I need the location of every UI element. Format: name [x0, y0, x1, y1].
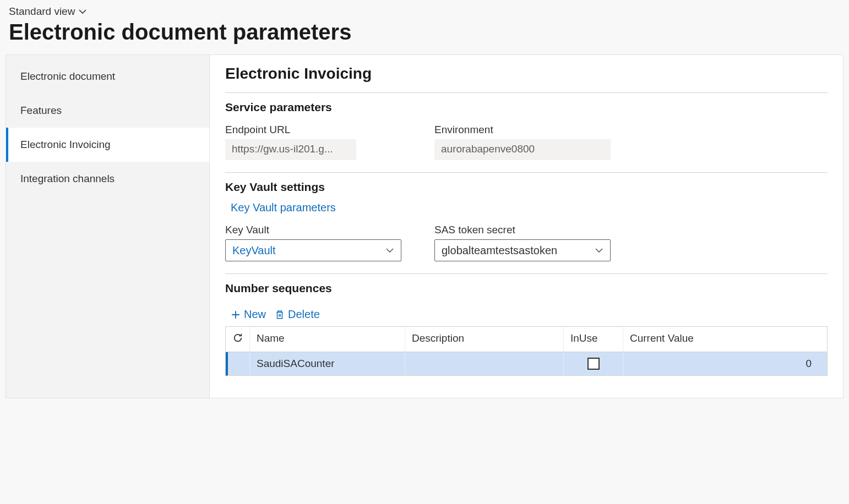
chevron-down-icon: [595, 246, 603, 255]
inuse-checkbox[interactable]: [587, 358, 600, 370]
view-selector[interactable]: Standard view: [9, 6, 87, 18]
row-inuse-cell[interactable]: [564, 352, 623, 375]
number-sequences-title: Number sequences: [225, 282, 828, 295]
content-wrapper: Electronic document Features Electronic …: [0, 54, 849, 398]
view-selector-label: Standard view: [9, 6, 75, 18]
sidebar-item-label: Features: [20, 105, 62, 116]
refresh-icon: [232, 332, 243, 343]
sidebar-item-features[interactable]: Features: [6, 94, 209, 128]
sas-token-dropdown[interactable]: globalteamtestsastoken: [434, 239, 611, 261]
service-parameters-title: Service parameters: [225, 101, 828, 114]
chevron-down-icon: [385, 246, 394, 255]
key-vault-parameters-link[interactable]: Key Vault parameters: [231, 201, 336, 214]
sas-token-label: SAS token secret: [434, 224, 611, 236]
environment-label: Environment: [434, 124, 611, 136]
sidebar-item-label: Electronic document: [20, 70, 115, 82]
sidebar-item-electronic-invoicing[interactable]: Electronic Invoicing: [6, 128, 209, 162]
key-vault-group: Key Vault KeyVault: [225, 224, 401, 261]
tab-heading: Electronic Invoicing: [225, 65, 828, 83]
key-vault-title: Key Vault settings: [225, 180, 828, 194]
endpoint-url-group: Endpoint URL https://gw.us-il201.g...: [225, 124, 401, 160]
number-sequences-grid: Name Description InUse Current Value Sau…: [225, 326, 828, 376]
page-header: Standard view Electronic document parame…: [0, 0, 849, 54]
sas-token-value: globalteamtestsastoken: [442, 244, 557, 257]
environment-field[interactable]: aurorabapenve0800: [434, 139, 611, 160]
key-vault-section: Key Vault settings Key Vault parameters …: [225, 172, 828, 273]
grid-header-row: Name Description InUse Current Value: [226, 327, 827, 352]
sidebar-item-electronic-document[interactable]: Electronic document: [6, 59, 209, 94]
row-description-cell[interactable]: [405, 352, 564, 375]
sidebar-item-label: Electronic Invoicing: [20, 139, 111, 150]
row-name-cell[interactable]: SaudiSACounter: [250, 352, 405, 375]
trash-icon: [275, 310, 285, 320]
new-button[interactable]: New: [231, 308, 266, 321]
key-vault-label: Key Vault: [225, 224, 401, 236]
column-header-inuse[interactable]: InUse: [564, 327, 623, 352]
column-header-name[interactable]: Name: [250, 327, 405, 352]
grid-toolbar: New Delete: [225, 305, 828, 326]
refresh-column-header[interactable]: [226, 327, 250, 352]
sidebar-item-integration-channels[interactable]: Integration channels: [6, 162, 209, 196]
delete-button[interactable]: Delete: [275, 308, 320, 321]
page-title: Electronic document parameters: [9, 20, 840, 45]
key-vault-value: KeyVault: [232, 244, 276, 257]
delete-button-label: Delete: [288, 308, 320, 321]
chevron-down-icon: [78, 7, 87, 16]
plus-icon: [231, 310, 241, 320]
key-vault-dropdown[interactable]: KeyVault: [225, 239, 401, 261]
sidebar: Electronic document Features Electronic …: [6, 54, 209, 398]
sidebar-item-label: Integration channels: [20, 173, 115, 184]
number-sequences-section: Number sequences New Delete Name De: [225, 273, 828, 388]
environment-group: Environment aurorabapenve0800: [434, 124, 611, 160]
column-header-description[interactable]: Description: [405, 327, 564, 352]
column-header-current-value[interactable]: Current Value: [623, 327, 827, 352]
row-selector-cell[interactable]: [228, 352, 250, 375]
endpoint-url-label: Endpoint URL: [225, 124, 401, 136]
table-row[interactable]: SaudiSACounter 0: [226, 352, 827, 376]
endpoint-url-field[interactable]: https://gw.us-il201.g...: [225, 139, 356, 160]
sas-token-group: SAS token secret globalteamtestsastoken: [434, 224, 611, 261]
new-button-label: New: [244, 308, 266, 321]
main-panel: Electronic Invoicing Service parameters …: [209, 54, 843, 398]
row-current-value-cell[interactable]: 0: [623, 352, 827, 375]
service-parameters-section: Service parameters Endpoint URL https://…: [225, 92, 828, 172]
